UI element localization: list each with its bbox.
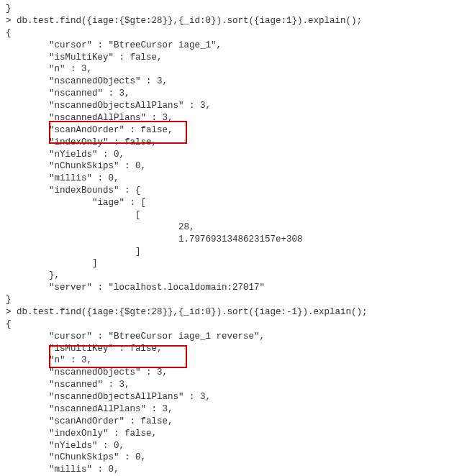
json-open-brace: { bbox=[6, 27, 461, 40]
json-field-n: "n" : 3, bbox=[6, 354, 461, 367]
json-field-ismultikey: "isMultiKey" : false, bbox=[6, 343, 461, 355]
json-value-upper: 1.7976931348623157e+308 bbox=[6, 234, 461, 246]
json-field-nchunkskips: "nChunkSkips" : 0, bbox=[6, 160, 461, 173]
json-field-millis: "millis" : 0, bbox=[6, 173, 461, 185]
json-field-nyields: "nYields" : 0, bbox=[6, 440, 461, 452]
json-field-scanandorder: "scanAndOrder" : false, bbox=[6, 124, 461, 137]
json-close-brace: } bbox=[6, 294, 461, 306]
json-field-scanandorder: "scanAndOrder" : false, bbox=[6, 416, 461, 428]
json-field-indexbounds-close: }, bbox=[6, 270, 461, 282]
json-field-nscanned: "nscanned" : 3, bbox=[6, 379, 461, 391]
shell-command: > db.test.find({iage:{$gte:28}},{_id:0})… bbox=[6, 15, 461, 27]
json-array-open: [ bbox=[6, 209, 461, 221]
json-field-iage-open: "iage" : [ bbox=[6, 197, 461, 209]
json-field-nscannedallplans: "nscannedAllPlans" : 3, bbox=[6, 403, 461, 416]
json-field-nscannedobjects: "nscannedObjects" : 3, bbox=[6, 367, 461, 379]
json-open-brace: { bbox=[6, 319, 461, 331]
shell-command: > db.test.find({iage:{$gte:28}},{_id:0})… bbox=[6, 306, 461, 319]
code-line: } bbox=[6, 3, 461, 15]
json-field-nscanned: "nscanned" : 3, bbox=[6, 88, 461, 100]
json-field-nscannedallplans: "nscannedAllPlans" : 3, bbox=[6, 112, 461, 124]
json-field-ismultikey: "isMultiKey" : false, bbox=[6, 52, 461, 64]
json-field-server: "server" : "localhost.localdomain:27017" bbox=[6, 282, 461, 294]
json-field-n: "n" : 3, bbox=[6, 63, 461, 75]
json-field-nscannedobjectsallplans: "nscannedObjectsAllPlans" : 3, bbox=[6, 391, 461, 403]
json-value-lower: 28, bbox=[6, 221, 461, 234]
json-field-cursor: "cursor" : "BtreeCursor iage_1", bbox=[6, 40, 461, 52]
json-field-nscannedobjectsallplans: "nscannedObjectsAllPlans" : 3, bbox=[6, 100, 461, 112]
json-field-nyields: "nYields" : 0, bbox=[6, 149, 461, 161]
json-array-close: ] bbox=[6, 246, 461, 258]
json-field-millis: "millis" : 0, bbox=[6, 464, 461, 476]
json-field-indexonly: "indexOnly" : false, bbox=[6, 137, 461, 149]
json-field-iage-close: ] bbox=[6, 257, 461, 270]
json-field-cursor: "cursor" : "BtreeCursor iage_1 reverse", bbox=[6, 331, 461, 343]
json-field-indexonly: "indexOnly" : false, bbox=[6, 428, 461, 440]
json-field-nchunkskips: "nChunkSkips" : 0, bbox=[6, 452, 461, 464]
json-field-nscannedobjects: "nscannedObjects" : 3, bbox=[6, 75, 461, 88]
json-field-indexbounds-open: "indexBounds" : { bbox=[6, 185, 461, 197]
